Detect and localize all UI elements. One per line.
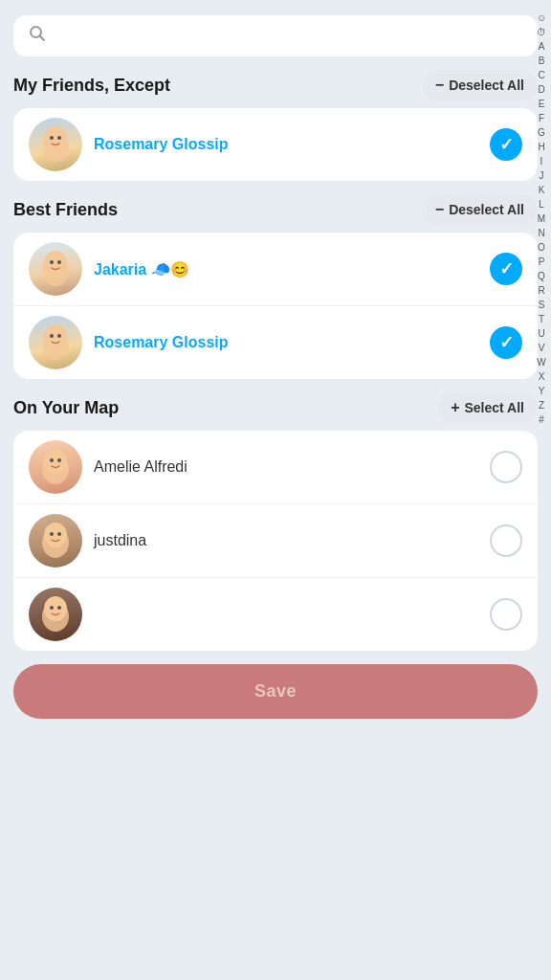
svg-point-4	[50, 136, 54, 140]
alpha-T[interactable]: T	[539, 313, 544, 326]
svg-point-23	[44, 596, 67, 621]
alpha-S[interactable]: S	[539, 299, 545, 312]
svg-point-3	[44, 126, 67, 151]
alpha-A[interactable]: A	[539, 40, 545, 54]
alpha-Q[interactable]: Q	[538, 270, 545, 283]
svg-point-19	[44, 523, 67, 547]
alpha-P[interactable]: P	[539, 256, 545, 269]
contact-row[interactable]	[13, 578, 538, 651]
card-best-friends: Jakaria 🧢😊✓ Rosemary Glossip✓	[13, 233, 538, 379]
section-header-on-your-map: On Your Map+ Select All	[13, 392, 538, 423]
check-circle[interactable]	[490, 598, 522, 631]
avatar	[29, 514, 82, 568]
svg-point-11	[44, 324, 67, 349]
svg-point-17	[57, 458, 61, 462]
section-title-my-friends-except: My Friends, Except	[13, 76, 170, 96]
svg-point-9	[57, 260, 61, 264]
check-circle[interactable]	[490, 524, 522, 557]
svg-point-25	[57, 606, 61, 610]
alpha-W[interactable]: W	[537, 356, 545, 369]
avatar	[29, 118, 82, 171]
checkmark-icon: ✓	[499, 332, 514, 353]
alpha-E[interactable]: E	[539, 98, 545, 111]
avatar	[29, 588, 82, 641]
alpha-☺[interactable]: ☺	[537, 11, 546, 25]
alpha-B[interactable]: B	[539, 55, 545, 68]
search-input[interactable]	[55, 27, 522, 46]
alpha-D[interactable]: D	[538, 83, 544, 97]
section-header-best-friends: Best Friends− Deselect All	[13, 194, 538, 225]
svg-point-8	[50, 260, 54, 264]
alpha-L[interactable]: L	[539, 198, 544, 212]
contact-name: Rosemary Glossip	[94, 334, 478, 351]
check-circle[interactable]: ✓	[490, 326, 522, 359]
contact-name: justdina	[94, 532, 478, 549]
contact-row[interactable]: Rosemary Glossip✓	[13, 306, 538, 379]
alpha-X[interactable]: X	[539, 370, 545, 384]
check-circle[interactable]	[490, 451, 522, 483]
save-area: Save	[13, 664, 538, 719]
contact-row[interactable]: Jakaria 🧢😊✓	[13, 233, 538, 306]
alpha-M[interactable]: M	[538, 212, 545, 226]
section-header-my-friends-except: My Friends, Except− Deselect All	[13, 70, 538, 100]
alpha-F[interactable]: F	[539, 112, 544, 125]
check-circle[interactable]: ✓	[490, 253, 522, 285]
alpha-J[interactable]: J	[540, 169, 544, 183]
save-button[interactable]: Save	[13, 664, 538, 719]
svg-line-1	[40, 36, 45, 41]
alpha-Y[interactable]: Y	[539, 385, 545, 398]
alphabet-index: ☺⏱ABCDEFGHIJKLMNOPQRSTUVWXYZ#	[532, 0, 551, 438]
svg-point-5	[57, 136, 61, 140]
svg-point-12	[50, 334, 54, 338]
alpha-N[interactable]: N	[538, 227, 544, 240]
avatar	[29, 440, 82, 494]
section-title-on-your-map: On Your Map	[13, 398, 119, 418]
alpha-O[interactable]: O	[538, 241, 545, 255]
checkmark-icon: ✓	[499, 258, 514, 279]
alpha-U[interactable]: U	[538, 327, 544, 341]
alpha-K[interactable]: K	[539, 184, 545, 197]
sections-container: My Friends, Except− Deselect All Rosemar…	[0, 70, 551, 719]
card-on-your-map: Amelie Alfredi justdina	[13, 431, 538, 651]
contact-row[interactable]: Rosemary Glossip✓	[13, 108, 538, 181]
contact-name: Jakaria 🧢😊	[94, 260, 478, 278]
svg-point-21	[57, 532, 61, 536]
contact-name: Amelie Alfredi	[94, 458, 478, 476]
avatar	[29, 242, 82, 296]
search-bar[interactable]	[13, 15, 538, 56]
select-all-button-on-your-map[interactable]: + Select All	[437, 392, 538, 423]
svg-point-24	[50, 606, 54, 610]
alpha-⏱[interactable]: ⏱	[537, 26, 546, 39]
alpha-#[interactable]: #	[539, 413, 544, 427]
deselect-all-button-best-friends[interactable]: − Deselect All	[422, 194, 538, 225]
alpha-I[interactable]: I	[540, 155, 543, 168]
section-title-best-friends: Best Friends	[13, 200, 118, 220]
avatar	[29, 316, 82, 369]
deselect-all-button-my-friends-except[interactable]: − Deselect All	[422, 70, 538, 100]
contact-name: Rosemary Glossip	[94, 136, 478, 153]
svg-point-7	[44, 251, 67, 276]
svg-point-16	[50, 458, 54, 462]
alpha-G[interactable]: G	[538, 126, 545, 140]
checkmark-icon: ✓	[499, 134, 514, 155]
contact-row[interactable]: justdina	[13, 504, 538, 578]
alpha-R[interactable]: R	[538, 284, 544, 298]
search-icon	[29, 25, 46, 47]
card-my-friends-except: Rosemary Glossip✓	[13, 108, 538, 181]
contact-row[interactable]: Amelie Alfredi	[13, 431, 538, 504]
svg-point-13	[57, 334, 61, 338]
svg-point-20	[50, 532, 54, 536]
alpha-Z[interactable]: Z	[539, 399, 544, 412]
alpha-V[interactable]: V	[539, 342, 545, 355]
check-circle[interactable]: ✓	[490, 128, 522, 161]
alpha-C[interactable]: C	[538, 69, 544, 82]
alpha-H[interactable]: H	[538, 141, 544, 154]
svg-point-15	[44, 449, 67, 474]
